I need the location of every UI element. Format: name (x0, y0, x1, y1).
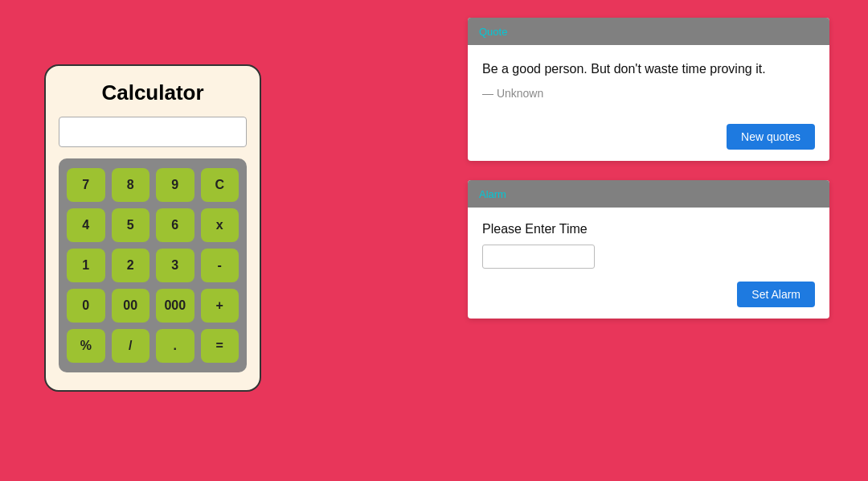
right-panels: Quote Be a good person. But don't waste … (468, 18, 829, 319)
calculator-grid: 789C456x123-000000+%/.= (67, 168, 239, 363)
calc-btn-000[interactable]: 000 (156, 289, 194, 323)
quote-panel-header-label: Quote (479, 26, 507, 38)
calc-btn-_[interactable]: % (67, 329, 105, 363)
quote-panel-body: Be a good person. But don't waste time p… (468, 45, 829, 124)
calculator-widget: Calculator 789C456x123-000000+%/.= (44, 64, 261, 392)
calculator-display[interactable] (59, 117, 247, 147)
calculator-title: Calculator (59, 80, 247, 105)
new-quotes-button[interactable]: New quotes (727, 124, 815, 150)
alarm-prompt-label: Please Enter Time (482, 222, 815, 236)
calc-btn-_[interactable]: . (156, 329, 194, 363)
alarm-panel-body: Please Enter Time (468, 208, 829, 282)
calc-btn-0[interactable]: 0 (67, 289, 105, 323)
quote-author: — Unknown (482, 87, 815, 100)
calculator-body: 789C456x123-000000+%/.= (59, 158, 247, 372)
calc-btn-4[interactable]: 4 (67, 208, 105, 242)
calc-btn-6[interactable]: 6 (156, 208, 194, 242)
alarm-panel-header-label: Alarm (479, 188, 506, 200)
quote-panel-header: Quote (468, 18, 829, 45)
alarm-panel-header: Alarm (468, 180, 829, 208)
calc-btn-7[interactable]: 7 (67, 168, 105, 202)
calc-btn-_[interactable]: = (201, 329, 240, 363)
alarm-panel-footer: Set Alarm (468, 282, 829, 319)
calc-btn-5[interactable]: 5 (112, 208, 150, 242)
calc-btn-9[interactable]: 9 (156, 168, 194, 202)
calc-btn-C[interactable]: C (201, 168, 240, 202)
calc-btn-3[interactable]: 3 (156, 249, 194, 282)
set-alarm-button[interactable]: Set Alarm (737, 282, 815, 307)
calc-btn-_[interactable]: - (201, 249, 240, 282)
calc-btn-8[interactable]: 8 (112, 168, 150, 202)
calc-btn-2[interactable]: 2 (112, 249, 150, 282)
quote-panel: Quote Be a good person. But don't waste … (468, 18, 829, 161)
calc-btn-1[interactable]: 1 (67, 249, 105, 282)
alarm-time-input[interactable] (482, 245, 595, 269)
quote-text: Be a good person. But don't waste time p… (482, 60, 815, 79)
calc-btn-00[interactable]: 00 (112, 289, 150, 323)
alarm-panel: Alarm Please Enter Time Set Alarm (468, 180, 829, 319)
calc-btn-_[interactable]: / (112, 329, 150, 363)
calc-btn-x[interactable]: x (201, 208, 240, 242)
calc-btn-_[interactable]: + (201, 289, 240, 323)
quote-panel-footer: New quotes (468, 124, 829, 161)
